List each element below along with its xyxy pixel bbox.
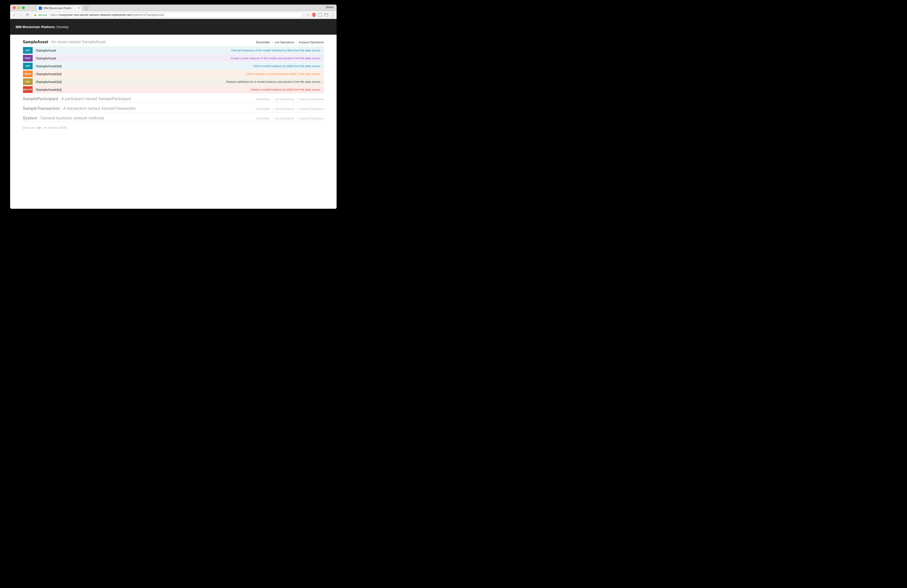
section-header[interactable]: SampleTransaction : A transaction named …: [23, 105, 324, 112]
section-title: SampleAsset : An asset named SampleAsset: [23, 40, 106, 44]
expand-operations-link[interactable]: Expand Operations: [297, 98, 324, 101]
list-operations-link[interactable]: List Operations: [272, 117, 296, 120]
api-explorer: SampleAsset : An asset named SampleAsset…: [10, 35, 337, 137]
method-badge-head: HEAD: [23, 70, 33, 77]
url-host: composer-rest-server-simons-network.mybl…: [59, 13, 131, 17]
operations-list: GET /SampleAsset Find all instances of t…: [23, 47, 324, 93]
api-version-label: api version: [43, 126, 58, 129]
close-tab-icon[interactable]: ×: [78, 6, 80, 10]
operation-row[interactable]: PUT /SampleAsset/{id} Replace attributes…: [23, 78, 324, 85]
show-hide-link[interactable]: Show/Hide: [253, 98, 272, 101]
lock-icon: 🔒: [34, 13, 37, 16]
operation-path: /SampleAsset/{id}: [33, 80, 226, 84]
operation-path: /SampleAsset: [33, 56, 231, 60]
url-scheme: https://: [50, 13, 59, 17]
method-badge-post: POST: [23, 55, 33, 61]
show-hide-link[interactable]: Show/Hide: [253, 107, 272, 110]
operation-row[interactable]: POST /SampleAsset Create a new instance …: [23, 54, 324, 62]
section-title: System : General business network method…: [23, 116, 104, 120]
extension-icon-2[interactable]: [324, 13, 328, 16]
window-controls: [12, 6, 26, 11]
tab-strip: IBM Blockchain Platform: Deve × Simon: [10, 5, 337, 11]
url-path: /explorer/#/SampleAsset: [131, 13, 164, 17]
url-text: https://composer-rest-server-simons-netw…: [50, 13, 164, 17]
operation-path: /SampleAsset: [33, 48, 231, 52]
new-tab-button[interactable]: [83, 6, 89, 10]
adblock-icon[interactable]: ABP: [312, 13, 316, 17]
api-footer: [ base url: /api , api version: 1.0.0 ]: [23, 126, 324, 129]
extension-icon[interactable]: [318, 13, 322, 17]
list-operations-link[interactable]: List Operations: [272, 98, 296, 101]
base-url-label: base url: [24, 126, 35, 129]
browser-toolbar: ← → ⟳ 🔒 Secure https://composer-rest-ser…: [10, 11, 337, 19]
reload-button[interactable]: ⟳: [25, 13, 29, 17]
bracket-close: ]: [65, 126, 67, 129]
section-header[interactable]: System : General business network method…: [23, 114, 324, 122]
bookmark-icon[interactable]: ☆: [306, 13, 309, 17]
favicon-icon: [39, 6, 42, 10]
section-title: SampleParticipant : A participant named …: [23, 97, 131, 101]
operation-row[interactable]: DELETE /SampleAsset/{id} Delete a model …: [23, 86, 324, 93]
section-name: SampleTransaction: [23, 106, 60, 111]
section-header[interactable]: SampleAsset : An asset named SampleAsset…: [23, 38, 324, 46]
operation-desc: Find a model instance by {{id}} from the…: [253, 64, 324, 67]
section-desc: : An asset named SampleAsset: [49, 40, 106, 44]
section-title: SampleTransaction : A transaction named …: [23, 106, 136, 111]
toolbar-right: ☆ ABP ⋮: [305, 13, 335, 17]
section-header[interactable]: SampleParticipant : A participant named …: [23, 95, 324, 103]
show-hide-link[interactable]: Show/Hide: [253, 41, 272, 44]
api-version-value: 1.0.0: [59, 126, 65, 129]
operation-path: /SampleAsset/{id}: [33, 72, 246, 76]
brand-rest: Develop: [55, 25, 68, 29]
method-badge-get: GET: [23, 63, 33, 69]
operation-path: /SampleAsset/{id}: [33, 88, 251, 91]
operation-desc: Create a new instance of the model and p…: [231, 57, 324, 60]
operation-row[interactable]: GET /SampleAsset Find all instances of t…: [23, 47, 324, 54]
method-badge-get: GET: [23, 47, 33, 54]
address-bar[interactable]: 🔒 Secure https://composer-rest-server-si…: [32, 12, 302, 18]
method-badge-delete: DELETE: [23, 86, 33, 93]
section-desc: : General business network methods: [38, 116, 104, 120]
section-desc: : A participant named SampleParticipant: [59, 97, 131, 101]
forward-button[interactable]: →: [19, 13, 23, 17]
secure-label: Secure: [38, 13, 47, 16]
back-button[interactable]: ←: [12, 13, 16, 17]
operation-path: /SampleAsset/{id}: [33, 64, 253, 68]
list-operations-link[interactable]: List Operations: [272, 41, 296, 44]
section-desc: : A transaction named SampleTransaction: [61, 106, 136, 111]
show-hide-link[interactable]: Show/Hide: [253, 117, 272, 120]
site-header: IBM Blockchain Platform: Develop: [10, 19, 337, 35]
operation-desc: Find all instances of the model matched …: [231, 49, 324, 52]
browser-window: IBM Blockchain Platform: Deve × Simon ← …: [10, 5, 337, 209]
list-operations-link[interactable]: List Operations: [272, 107, 296, 110]
page: IBM Blockchain Platform: Develop SampleA…: [10, 19, 337, 209]
browser-tab[interactable]: IBM Blockchain Platform: Deve ×: [37, 5, 82, 11]
expand-operations-link[interactable]: Expand Operations: [297, 107, 324, 110]
operation-desc: Check whether a model instance exists in…: [246, 72, 324, 75]
section-actions: Show/Hide List Operations Expand Operati…: [253, 98, 324, 101]
expand-operations-link[interactable]: Expand Operations: [297, 117, 324, 120]
fullscreen-window-button[interactable]: [22, 6, 25, 9]
brand-strong: IBM Blockchain Platform:: [16, 25, 55, 29]
section-actions: Show/Hide List Operations Expand Operati…: [253, 107, 324, 110]
minimize-window-button[interactable]: [18, 6, 20, 9]
section-actions: Show/Hide List Operations Expand Operati…: [253, 41, 324, 44]
section-name: SampleParticipant: [23, 97, 58, 101]
profile-label[interactable]: Simon: [326, 6, 333, 9]
base-url-value: /api: [37, 126, 41, 129]
operation-row[interactable]: HEAD /SampleAsset/{id} Check whether a m…: [23, 70, 324, 77]
operation-desc: Delete a model instance by {{id}} from t…: [251, 88, 324, 91]
brand: IBM Blockchain Platform: Develop: [16, 25, 69, 29]
operation-desc: Replace attributes for a model instance …: [226, 80, 324, 83]
section-actions: Show/Hide List Operations Expand Operati…: [253, 117, 324, 120]
method-badge-put: PUT: [23, 79, 33, 85]
tab-title: IBM Blockchain Platform: Deve: [43, 6, 77, 10]
section-name: System: [23, 116, 37, 120]
operation-row[interactable]: GET /SampleAsset/{id} Find a model insta…: [23, 62, 324, 70]
close-window-button[interactable]: [13, 6, 16, 9]
section-name: SampleAsset: [23, 40, 48, 44]
expand-operations-link[interactable]: Expand Operations: [297, 41, 324, 44]
